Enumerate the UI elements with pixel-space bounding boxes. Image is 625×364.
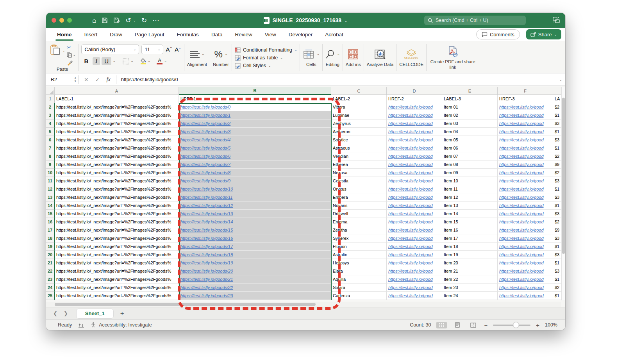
tab-view[interactable]: View [264,29,277,40]
document-title[interactable]: SINGLE_20250930_171638 [272,17,341,23]
cell-g7[interactable]: $1 [553,144,561,152]
cell-g8[interactable]: $2 [553,152,561,161]
cell-g16[interactable]: $2 [553,218,561,226]
cell-a21[interactable]: https://test.listly.io/_next/image?url=%… [55,259,179,267]
cell-b17[interactable]: https://test.listly.io/goods/15 [179,226,331,234]
cell-g6[interactable]: $3 [553,136,561,144]
cell-g24[interactable]: $2 [553,284,561,292]
hyperlink[interactable]: https://test.listly.io/goods/23 [180,293,233,298]
tab-insert[interactable]: Insert [84,29,98,40]
cell-f9[interactable]: https://test.listly.io/good [498,161,553,169]
row-header-6[interactable]: 6 [46,136,55,144]
cell-b25[interactable]: https://test.listly.io/goods/23 [179,292,331,300]
cell-a9[interactable]: https://test.listly.io/_next/image?url=%… [55,161,179,169]
cell-a23[interactable]: https://test.listly.io/_next/image?url=%… [55,275,179,284]
hyperlink[interactable]: https://test.listly.io/goods/13 [180,211,233,216]
editing-chevron-icon[interactable]: ⌄ [337,52,340,56]
cell-c7[interactable]: Astraeus [331,144,387,152]
hyperlink[interactable]: https://test.listly.io/goods/22 [180,285,233,290]
hyperlink[interactable]: https://test.listly.io/good [499,228,544,232]
row-header-3[interactable]: 3 [46,111,55,120]
cell-b18[interactable]: https://test.listly.io/goods/16 [179,234,331,243]
hyperlink[interactable]: https://test.listly.io/good [499,129,544,134]
cell-f6[interactable]: https://test.listly.io/good [498,136,553,144]
cell-e9[interactable]: Item 08 [442,161,498,169]
hyperlink[interactable]: https://test.listly.io/good [499,113,544,118]
cell-g14[interactable]: $1 [553,202,561,210]
cell-g15[interactable]: $3 [553,210,561,218]
cell-f5[interactable]: https://test.listly.io/good [498,128,553,136]
hyperlink[interactable]: https://test.listly.io/good [388,219,433,224]
cell-a20[interactable]: https://test.listly.io/_next/image?url=%… [55,251,179,259]
cell-g19[interactable]: $1 [553,243,561,251]
cell-a25[interactable]: https://test.listly.io/_next/image?url=%… [55,292,179,300]
cell-c6[interactable]: Solstice [331,136,387,144]
bold-button[interactable]: B [81,57,91,65]
cell-g20[interactable]: $3 [553,251,561,259]
underline-chevron-icon[interactable]: ⌄ [113,59,116,63]
cell-b23[interactable]: https://test.listly.io/goods/21 [179,275,331,284]
cell-b9[interactable]: https://test.listly.io/goods/7 [179,161,331,169]
cell-f2[interactable]: https://test.listly.io/good [498,103,553,111]
window-switcher-icon[interactable] [553,17,560,23]
cell-f13[interactable]: https://test.listly.io/good [498,193,553,202]
cell-b14[interactable]: https://test.listly.io/goods/12 [179,202,331,210]
row-header-18[interactable]: 18 [46,234,55,243]
hyperlink[interactable]: https://test.listly.io/good [499,285,544,290]
hyperlink[interactable]: https://test.listly.io/goods/21 [180,277,233,282]
cell-e1[interactable]: LABEL-3 [442,95,498,103]
horizontal-scrollbar[interactable] [46,302,561,307]
cell-d11[interactable]: https://test.listly.io/good [387,177,442,185]
hyperlink[interactable]: https://test.listly.io/good [499,277,544,282]
cell-c13[interactable]: Embera [331,193,387,202]
cell-g3[interactable]: $1 [553,111,561,120]
cell-c10[interactable]: Nexusa [331,169,387,177]
cell-g12[interactable]: $1 [553,185,561,193]
cell-e23[interactable]: Item 22 [442,275,498,284]
row-header-20[interactable]: 20 [46,251,55,259]
select-all-corner[interactable] [46,87,55,95]
row-header-21[interactable]: 21 [46,259,55,267]
cell-a24[interactable]: https://test.listly.io/_next/image?url=%… [55,284,179,292]
minimize-window-button[interactable] [59,18,64,23]
grow-font-button[interactable]: A⌃ [166,46,172,53]
cell-e25[interactable]: Item 24 [442,292,498,300]
hyperlink[interactable]: https://test.listly.io/good [388,121,433,126]
cell-g21[interactable]: $1 [553,259,561,267]
cell-e17[interactable]: Item 16 [442,226,498,234]
row-header-7[interactable]: 7 [46,144,55,152]
cell-a13[interactable]: https://test.listly.io/_next/image?url=%… [55,193,179,202]
row-header-22[interactable]: 22 [46,267,55,275]
cell-d13[interactable]: https://test.listly.io/good [387,193,442,202]
cell-a2[interactable]: https://test.listly.io/_next/image?url=%… [55,103,179,111]
hyperlink[interactable]: https://test.listly.io/good [499,146,544,150]
zoom-window-button[interactable] [67,18,72,23]
cell-a19[interactable]: https://test.listly.io/_next/image?url=%… [55,243,179,251]
cell-d10[interactable]: https://test.listly.io/good [387,169,442,177]
cell-b12[interactable]: https://test.listly.io/goods/10 [179,185,331,193]
cell-c23[interactable]: Aquilla [331,275,387,284]
cell-b21[interactable]: https://test.listly.io/goods/19 [179,259,331,267]
cell-d16[interactable]: https://test.listly.io/good [387,218,442,226]
number-chevron-icon[interactable]: ⌄ [225,52,228,56]
conditional-formatting-button[interactable]: Conditional Formatting ⌄ [235,47,297,53]
search-input[interactable]: Search (Cmd + Ctrl + U) [424,16,526,25]
cell-c5[interactable]: Aetheron [331,128,387,136]
title-chevron-icon[interactable]: ⌄ [344,18,347,23]
cell-c2[interactable]: Vittora [331,103,387,111]
italic-button[interactable]: I [93,57,100,65]
comments-button[interactable]: Comments [476,29,520,39]
cell-g5[interactable]: $1 [553,128,561,136]
cell-a3[interactable]: https://test.listly.io/_next/image?url=%… [55,111,179,120]
cell-d18[interactable]: https://test.listly.io/good [387,234,442,243]
row-header-9[interactable]: 9 [46,161,55,169]
cell-c25[interactable]: Cadenza [331,292,387,300]
cell-f19[interactable]: https://test.listly.io/good [498,243,553,251]
vertical-scrollbar-thumb[interactable] [562,98,565,254]
hyperlink[interactable]: https://test.listly.io/goods/17 [180,244,233,249]
cell-g23[interactable]: $1 [553,275,561,284]
cell-b15[interactable]: https://test.listly.io/goods/13 [179,210,331,218]
hyperlink[interactable]: https://test.listly.io/good [499,195,544,200]
alignment-chevron-icon[interactable]: ⌄ [202,52,205,56]
cell-b22[interactable]: https://test.listly.io/goods/20 [179,267,331,275]
